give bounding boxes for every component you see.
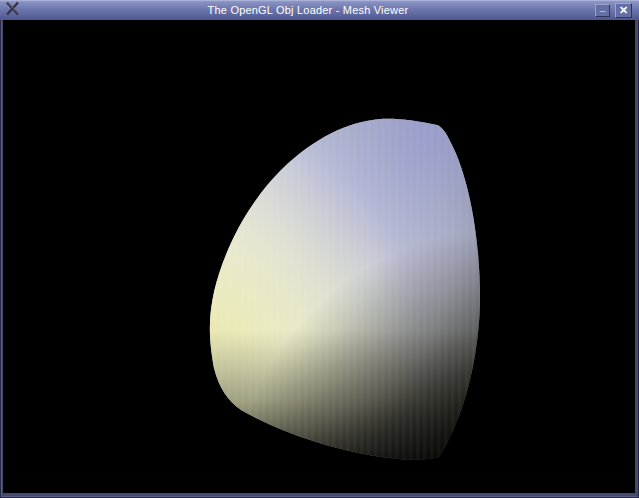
dome-mesh bbox=[210, 119, 480, 460]
x11-logo-icon bbox=[5, 1, 20, 19]
window-title: The OpenGL Obj Loader - Mesh Viewer bbox=[21, 4, 595, 17]
close-button[interactable]: ✕ bbox=[615, 3, 632, 18]
titlebar: The OpenGL Obj Loader - Mesh Viewer _ ✕ bbox=[0, 0, 639, 20]
minimize-button[interactable]: _ bbox=[595, 4, 610, 17]
screen: The OpenGL Obj Loader - Mesh Viewer _ ✕ bbox=[0, 0, 639, 498]
minimize-icon: _ bbox=[600, 6, 606, 8]
window-menu-button[interactable] bbox=[3, 1, 21, 19]
mesh-canvas bbox=[3, 20, 635, 493]
window-controls: _ ✕ bbox=[595, 3, 632, 18]
app-window: The OpenGL Obj Loader - Mesh Viewer _ ✕ bbox=[0, 0, 639, 498]
gl-viewport[interactable] bbox=[3, 20, 635, 493]
close-icon: ✕ bbox=[619, 3, 628, 18]
